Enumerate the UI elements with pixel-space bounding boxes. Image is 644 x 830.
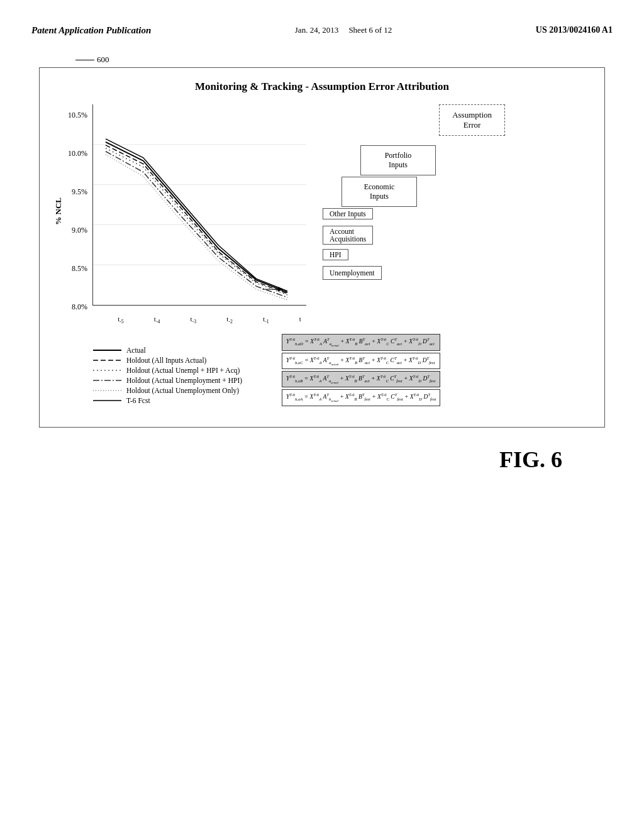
x-label-4: t-2 bbox=[226, 315, 232, 324]
header-date: Jan. 24, 2013 bbox=[295, 25, 338, 35]
y-tick-6: 8.0% bbox=[72, 302, 87, 312]
x-label-3: t-3 bbox=[191, 315, 196, 324]
legend-holdout-all-label: Holdout (All Inputs Actual) bbox=[126, 357, 206, 364]
account-acquisitions-label: AccountAcquisitions bbox=[323, 226, 373, 245]
diagram-title: Monitoring & Tracking - Assumption Error… bbox=[49, 80, 595, 93]
equation-2: YT-6h,oC = XT-6A ATaactual + XT-6B BTact… bbox=[282, 353, 440, 369]
diagram-body: % NCL 10.5% 10.0% 9.5% 9.0% 8.5% bbox=[49, 104, 595, 324]
y-axis-label-wrapper: % NCL bbox=[49, 111, 68, 312]
chart-svg bbox=[93, 104, 306, 305]
equations-area: YT-6h,aD = XT-6A ATaactual + XT-6B BTact… bbox=[282, 334, 440, 408]
header-publication-title: Patent Application Publication bbox=[31, 25, 151, 36]
chart-section: % NCL 10.5% 10.0% 9.5% 9.0% 8.5% bbox=[49, 104, 316, 324]
y-tick-3: 9.5% bbox=[72, 187, 87, 197]
x-label-2: t-4 bbox=[154, 315, 160, 324]
header-sheet: Sheet 6 of 12 bbox=[348, 25, 392, 35]
assumption-error-label: AssumptionError bbox=[452, 110, 492, 130]
fig-label: FIG. 6 bbox=[499, 446, 562, 473]
figure-container: 600 Monitoring & Tracking - Assumption E… bbox=[31, 55, 613, 473]
legend-equations-row: Actual Holdout (All Inputs Actual) Holdo… bbox=[55, 334, 595, 408]
equation-1: YT-6h,aD = XT-6A ATaactual + XT-6B BTact… bbox=[282, 334, 440, 350]
y-tick-2: 10.0% bbox=[68, 149, 87, 158]
other-inputs-label: Other Inputs bbox=[323, 208, 373, 219]
unemployment-label: Unemployment bbox=[323, 266, 382, 280]
x-label-1: t-5 bbox=[118, 315, 123, 324]
y-tick-5: 8.5% bbox=[72, 264, 87, 274]
legend-holdout-unempl-only-label: Holdout (Actual Unemployment Only) bbox=[126, 387, 239, 394]
main-diagram: Monitoring & Tracking - Assumption Error… bbox=[39, 67, 605, 428]
hpi-label: HPI bbox=[323, 249, 348, 260]
figure-number-label: 600 bbox=[97, 55, 109, 65]
y-tick-4: 9.0% bbox=[72, 226, 87, 235]
legend-holdout-unempl-hpi-label: Holdout (Actual Unemployment + HPI) bbox=[126, 377, 242, 384]
y-tick-1: 10.5% bbox=[68, 111, 87, 120]
assumption-error-box: AssumptionError bbox=[439, 104, 505, 136]
legend-t6-fcst-label: T-6 Fcst bbox=[126, 397, 150, 404]
page: Patent Application Publication Jan. 24, … bbox=[0, 0, 644, 830]
y-axis-ticks: 10.5% 10.0% 9.5% 9.0% 8.5% 8.0% bbox=[68, 111, 92, 312]
x-label-6: t bbox=[299, 315, 301, 324]
page-header: Patent Application Publication Jan. 24, … bbox=[31, 25, 613, 36]
legend-actual: Actual bbox=[93, 346, 269, 354]
portfolio-inputs-box: PortfolioInputs bbox=[360, 145, 436, 175]
equation-3: YT-6h,oB = XT-6A ATaactual + XT-6B BTact… bbox=[282, 371, 440, 387]
header-date-sheet: Jan. 24, 2013 Sheet 6 of 12 bbox=[295, 25, 392, 35]
svg-marker-6 bbox=[278, 287, 283, 292]
right-section: AssumptionError PortfolioInputs Economic… bbox=[323, 104, 511, 284]
legend-actual-label: Actual bbox=[126, 346, 146, 354]
legend-t6-fcst: T-6 Fcst bbox=[93, 397, 269, 404]
legend-holdout-unempl-hpi-acq-label: Holdout (Actual Unempl + HPI + Acq) bbox=[126, 367, 240, 374]
legend-holdout-unempl-hpi-acq: Holdout (Actual Unempl + HPI + Acq) bbox=[93, 367, 269, 374]
chart-plot bbox=[92, 104, 306, 306]
y-axis-label: % NCL bbox=[53, 197, 64, 225]
equation-4: YT-6h,oA = XT-6A ATbactual + XT-6B BTfes… bbox=[282, 389, 440, 406]
legend-holdout-unempl-only: Holdout (Actual Unemployment Only) bbox=[93, 387, 269, 394]
legend-holdout-unempl-hpi: Holdout (Actual Unemployment + HPI) bbox=[93, 377, 269, 384]
header-patent-number: US 2013/0024160 A1 bbox=[536, 25, 613, 35]
x-label-5: t-1 bbox=[263, 315, 269, 324]
x-axis-labels: t-5 t-4 t-3 t-2 t-1 t bbox=[103, 315, 316, 324]
legend-holdout-all: Holdout (All Inputs Actual) bbox=[93, 357, 269, 364]
legend: Actual Holdout (All Inputs Actual) Holdo… bbox=[93, 346, 269, 407]
economic-inputs-box: EconomicInputs bbox=[341, 177, 417, 207]
